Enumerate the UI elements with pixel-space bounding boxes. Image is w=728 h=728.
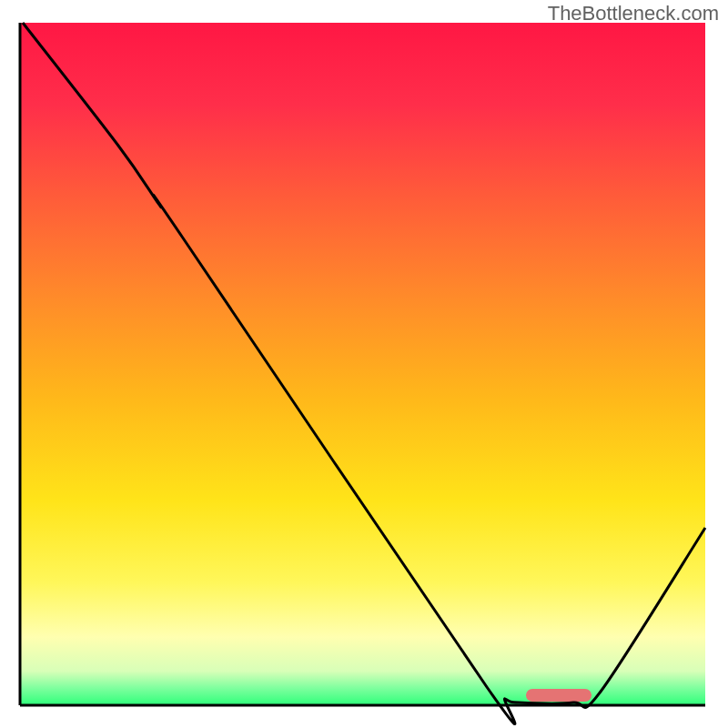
watermark-text: TheBottleneck.com [548,2,719,25]
optimal-marker [526,689,592,702]
chart-svg [0,0,728,728]
gradient-background [20,23,705,705]
bottleneck-chart: TheBottleneck.com [0,0,728,728]
